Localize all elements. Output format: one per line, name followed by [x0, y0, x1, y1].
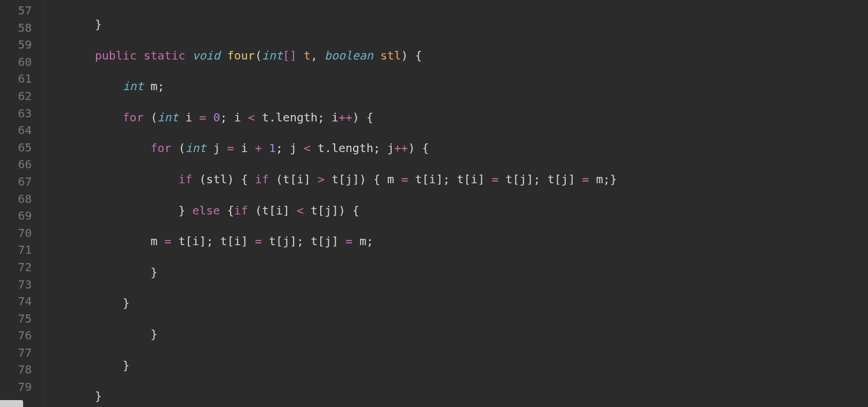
code-line[interactable]: for (int j = i + 1; j < t.length; j++) { — [67, 140, 868, 157]
code-line[interactable]: if (stl) { if (t[i] > t[j]) { m = t[i]; … — [67, 171, 868, 188]
code-line[interactable]: for (int i = 0; i < t.length; i++) { — [67, 109, 868, 127]
code-line[interactable]: } — [67, 388, 868, 405]
code-line[interactable]: } — [67, 264, 868, 282]
line-number: 66 — [0, 156, 32, 173]
code-line[interactable]: } — [67, 357, 868, 375]
line-number: 59 — [0, 36, 32, 54]
line-number: 74 — [0, 293, 32, 310]
bottom-indicator — [0, 400, 23, 407]
code-line[interactable]: } else {if (t[i] < t[j]) { — [67, 202, 868, 220]
line-number: 63 — [0, 105, 32, 123]
code-line[interactable]: } — [67, 16, 868, 34]
line-number: 62 — [0, 88, 32, 105]
line-number: 75 — [0, 310, 32, 328]
line-number: 72 — [0, 259, 32, 276]
code-line[interactable]: int m; — [67, 78, 868, 95]
line-number-gutter: 57 58 59 60 61 62 63 64 65 66 67 68 69 7… — [0, 0, 43, 407]
code-editor[interactable]: 57 58 59 60 61 62 63 64 65 66 67 68 69 7… — [0, 0, 868, 407]
line-number: 73 — [0, 276, 32, 294]
line-number: 67 — [0, 173, 32, 191]
line-number: 79 — [0, 379, 32, 396]
line-number: 77 — [0, 345, 32, 362]
code-area[interactable]: } public static void four(int[] t, boole… — [43, 0, 868, 407]
line-number: 61 — [0, 71, 32, 88]
line-number: 68 — [0, 191, 32, 208]
line-number: 60 — [0, 54, 32, 71]
line-number: 57 — [0, 2, 32, 20]
code-line[interactable]: } — [67, 326, 868, 343]
code-line[interactable]: m = t[i]; t[i] = t[j]; t[j] = m; — [67, 233, 868, 250]
line-number: 64 — [0, 122, 32, 139]
line-number: 69 — [0, 208, 32, 225]
line-number: 76 — [0, 327, 32, 345]
line-number: 58 — [0, 20, 32, 37]
line-number: 65 — [0, 139, 32, 157]
code-line[interactable]: public static void four(int[] t, boolean… — [67, 47, 868, 65]
line-number: 70 — [0, 225, 32, 242]
line-number: 78 — [0, 361, 32, 379]
code-line[interactable]: } — [67, 295, 868, 312]
line-number: 71 — [0, 242, 32, 259]
